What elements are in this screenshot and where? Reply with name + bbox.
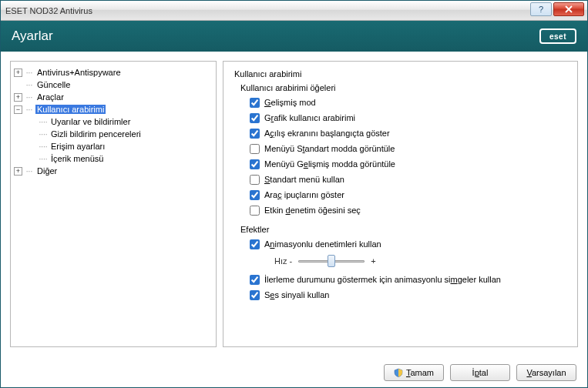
tree-item-label[interactable]: Kullanıcı arabirimi — [35, 105, 106, 114]
ui-option-label[interactable]: Araç ipuçlarını göster — [264, 190, 344, 199]
effect-option-label[interactable]: Animasyonlu denetimleri kullan — [264, 239, 381, 249]
tree-connector: ··· — [25, 81, 34, 89]
tree-connector: ···· — [39, 142, 48, 151]
tree-connector: ···· — [39, 155, 48, 163]
ui-option-label[interactable]: Etkin denetim öğesini seç — [264, 206, 361, 215]
tree-item-label[interactable]: İçerik menüsü — [49, 154, 105, 163]
ui-option-checkbox[interactable] — [250, 144, 260, 154]
group-ui-elements: Kullanıcı arabirimi öğeleri Gelişmiş mod… — [240, 83, 566, 217]
effect-option-row: Animasyonlu denetimleri kullan — [250, 237, 566, 251]
shield-icon — [394, 368, 403, 377]
tree-item[interactable]: ····Uyarılar ve bildirimler — [28, 115, 213, 128]
ui-option-row: Gelişmiş mod — [250, 95, 566, 109]
speed-slider-row: Hız - + — [274, 254, 566, 268]
tree-item-label[interactable]: Araçlar — [35, 92, 66, 102]
default-button[interactable]: Varsayılan — [516, 364, 576, 381]
ui-option-checkbox[interactable] — [250, 206, 260, 216]
slider-thumb[interactable] — [328, 255, 335, 267]
header: Ayarlar eset — [1, 21, 587, 52]
close-icon — [565, 5, 573, 13]
ui-option-label[interactable]: Menüyü Gelişmiş modda görüntüle — [264, 159, 395, 169]
eset-logo: eset — [539, 28, 576, 44]
ui-option-checkbox[interactable] — [250, 113, 260, 123]
ui-option-label[interactable]: Açılış ekranını başlangıçta göster — [264, 129, 390, 138]
effect-option-label[interactable]: Ses sinyali kullan — [264, 290, 329, 299]
tree-spacer — [28, 155, 36, 163]
effect-option-checkbox[interactable] — [250, 275, 260, 285]
ui-option-checkbox[interactable] — [250, 190, 260, 200]
tree-connector: ···· — [39, 118, 48, 126]
effect-option-checkbox[interactable] — [250, 290, 260, 300]
speed-label: Hız - — [274, 256, 292, 266]
tree-connector: ···· — [39, 130, 48, 139]
tree-item[interactable]: ····Erişim ayarları — [28, 140, 213, 152]
speed-plus: + — [371, 256, 375, 266]
tree-connector: ··· — [25, 167, 34, 176]
expand-icon[interactable]: + — [14, 167, 22, 176]
tree-spacer — [14, 81, 22, 89]
ui-option-row: Açılış ekranını başlangıçta göster — [250, 126, 566, 140]
tree-item-label[interactable]: Gizli bildirim pencereleri — [49, 129, 143, 139]
collapse-icon[interactable]: − — [14, 105, 22, 114]
ui-option-row: Araç ipuçlarını göster — [250, 188, 566, 202]
tree-item-label[interactable]: Güncelle — [35, 80, 72, 89]
tree-item[interactable]: +···Antivirus+Antispyware — [14, 66, 213, 79]
tree-item[interactable]: +···Diğer — [14, 165, 213, 177]
content-title: Kullanıcı arabirimi — [234, 69, 566, 79]
titlebar: ESET NOD32 Antivirus ? — [1, 1, 587, 21]
ui-option-row: Grafik kullanıcı arabirimi — [250, 111, 566, 125]
tree-pane[interactable]: +···Antivirus+Antispyware···Güncelle+···… — [10, 61, 217, 347]
help-button[interactable]: ? — [530, 2, 552, 16]
effect-option-label[interactable]: İlerleme durumunu göstermek için animasy… — [264, 275, 501, 284]
tree-spacer — [28, 118, 36, 126]
tree-spacer — [28, 130, 36, 139]
content-pane: Kullanıcı arabirimi Kullanıcı arabirimi … — [223, 61, 578, 347]
group-effects-title: Efektler — [240, 225, 566, 234]
effect-option-row: Ses sinyali kullan — [250, 288, 566, 302]
close-button[interactable] — [553, 2, 584, 16]
ui-option-label[interactable]: Standart menü kullan — [264, 175, 344, 184]
tree-item[interactable]: +···Araçlar — [14, 91, 213, 103]
tree-item[interactable]: ····İçerik menüsü — [28, 152, 213, 165]
tree-item[interactable]: −···Kullanıcı arabirimi — [14, 103, 213, 115]
effect-option-checkbox[interactable] — [250, 239, 260, 249]
tree-item-label[interactable]: Erişim ayarları — [49, 142, 106, 151]
ui-option-row: Standart menü kullan — [250, 172, 566, 186]
ui-option-label[interactable]: Grafik kullanıcı arabirimi — [264, 113, 355, 122]
tree-connector: ··· — [25, 93, 34, 102]
group-ui-elements-title: Kullanıcı arabirimi öğeleri — [240, 83, 566, 92]
cancel-button[interactable]: İptal — [450, 364, 510, 381]
window-buttons: ? — [530, 2, 584, 16]
speed-slider[interactable] — [298, 254, 365, 268]
ok-button[interactable]: Tamam — [384, 364, 444, 381]
tree-spacer — [28, 142, 36, 151]
window-title: ESET NOD32 Antivirus — [5, 6, 92, 15]
ui-option-checkbox[interactable] — [250, 159, 260, 169]
ui-option-label[interactable]: Menüyü Standart modda görüntüle — [264, 144, 395, 153]
ui-option-checkbox[interactable] — [250, 175, 260, 185]
tree-connector: ··· — [25, 69, 34, 77]
expand-icon[interactable]: + — [14, 93, 22, 102]
tree-item-label[interactable]: Antivirus+Antispyware — [35, 68, 123, 77]
ui-option-row: Menüyü Gelişmiş modda görüntüle — [250, 157, 566, 171]
page-title: Ayarlar — [12, 28, 53, 44]
ui-option-label[interactable]: Gelişmiş mod — [264, 98, 316, 107]
tree-item-label[interactable]: Uyarılar ve bildirimler — [49, 117, 132, 126]
tree-connector: ··· — [25, 105, 34, 114]
footer: Tamam İptal Varsayılan — [1, 356, 587, 388]
tree-item[interactable]: ···Güncelle — [14, 79, 213, 91]
effect-option-row: İlerleme durumunu göstermek için animasy… — [250, 273, 566, 286]
ui-option-checkbox[interactable] — [250, 98, 260, 108]
tree-item-label[interactable]: Diğer — [35, 166, 59, 176]
ui-option-row: Menüyü Standart modda görüntüle — [250, 142, 566, 156]
tree-item[interactable]: ····Gizli bildirim pencereleri — [28, 128, 213, 140]
ui-option-row: Etkin denetim öğesini seç — [250, 203, 566, 217]
group-effects: Efektler Animasyonlu denetimleri kullan … — [240, 225, 566, 302]
main: +···Antivirus+Antispyware···Güncelle+···… — [1, 52, 587, 356]
expand-icon[interactable]: + — [14, 69, 22, 77]
ui-option-checkbox[interactable] — [250, 129, 260, 139]
